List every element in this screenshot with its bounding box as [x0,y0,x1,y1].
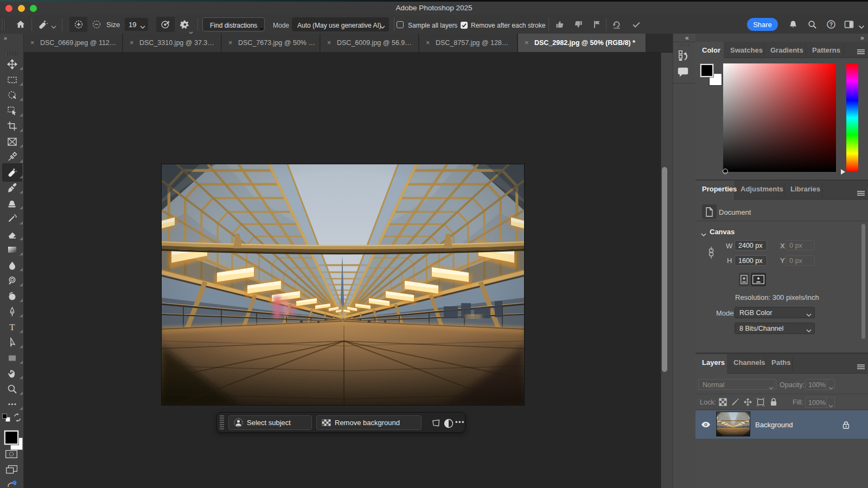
svg-text:?: ? [829,22,833,28]
svg-text:T: T [9,322,15,332]
